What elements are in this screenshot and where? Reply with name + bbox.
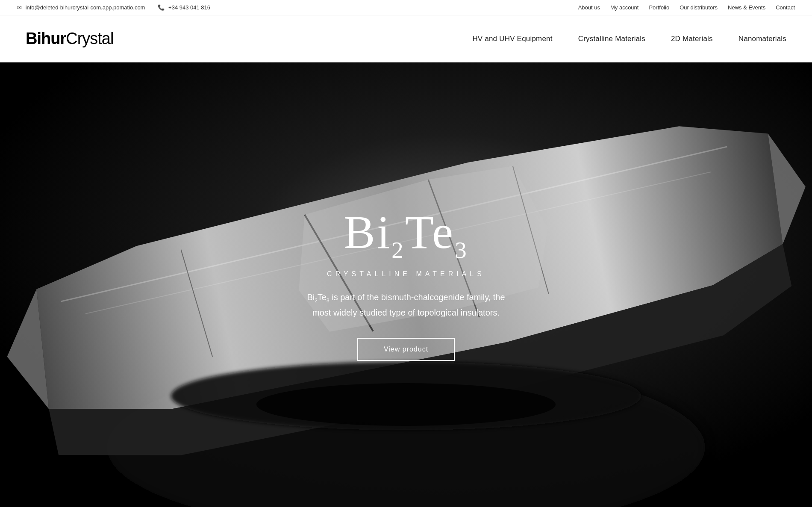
formula-sub1: 2 — [391, 237, 405, 263]
desc-te: Te — [318, 292, 327, 302]
desc-text: is part of the bismuth-chalcogenide fami… — [312, 292, 505, 317]
main-nav-links: HV and UHV Equipment Crystalline Materia… — [472, 35, 786, 43]
phone-link[interactable]: 📞 +34 943 041 816 — [158, 4, 210, 11]
formula-sub2: 3 — [455, 237, 468, 263]
desc-bi: Bi — [307, 292, 315, 302]
topbar-contact[interactable]: Contact — [776, 4, 795, 11]
hero-chemical-formula: Bi2Te3 — [344, 209, 468, 262]
site-logo[interactable]: BihurCrystal — [26, 30, 113, 48]
svg-point-15 — [256, 383, 556, 426]
nav-crystalline-materials[interactable]: Crystalline Materials — [578, 35, 645, 43]
email-link[interactable]: ✉ info@deleted-bihurcrystal-com.app.poma… — [17, 4, 145, 11]
nav-hv-equipment[interactable]: HV and UHV Equipment — [472, 35, 552, 43]
hero-section: Bi2Te3 CRYSTALLINE MATERIALS Bi2Te3 is p… — [0, 62, 812, 507]
main-navbar: BihurCrystal HV and UHV Equipment Crysta… — [0, 15, 812, 62]
topbar-phone: +34 943 041 816 — [168, 4, 210, 11]
topbar: ✉ info@deleted-bihurcrystal-com.app.poma… — [0, 0, 812, 15]
phone-icon: 📞 — [158, 4, 165, 11]
formula-bi: Bi — [344, 206, 391, 258]
topbar-portfolio[interactable]: Portfolio — [649, 4, 669, 11]
topbar-about[interactable]: About us — [578, 4, 600, 11]
desc-sub2: 3 — [327, 298, 330, 304]
desc-sub1: 2 — [315, 298, 318, 304]
logo-bold: Bihur — [26, 30, 66, 47]
hero-description: Bi2Te3 is part of the bismuth-chalcogeni… — [299, 290, 513, 319]
topbar-news[interactable]: News & Events — [728, 4, 765, 11]
nav-nanomaterials[interactable]: Nanomaterials — [738, 35, 786, 43]
nav-2d-materials[interactable]: 2D Materials — [671, 35, 713, 43]
view-product-button[interactable]: View product — [357, 338, 455, 361]
hero-content: Bi2Te3 CRYSTALLINE MATERIALS Bi2Te3 is p… — [299, 209, 513, 360]
topbar-account[interactable]: My account — [610, 4, 638, 11]
hero-category-label: CRYSTALLINE MATERIALS — [327, 270, 485, 278]
topbar-nav: About us My account Portfolio Our distri… — [578, 4, 795, 11]
topbar-email: info@deleted-bihurcrystal-com.app.pomati… — [26, 4, 145, 11]
logo-light: Crystal — [66, 30, 113, 47]
topbar-contact: ✉ info@deleted-bihurcrystal-com.app.poma… — [17, 4, 210, 11]
email-icon: ✉ — [17, 4, 22, 11]
formula-te: Te — [405, 206, 455, 258]
topbar-distributors[interactable]: Our distributors — [680, 4, 718, 11]
